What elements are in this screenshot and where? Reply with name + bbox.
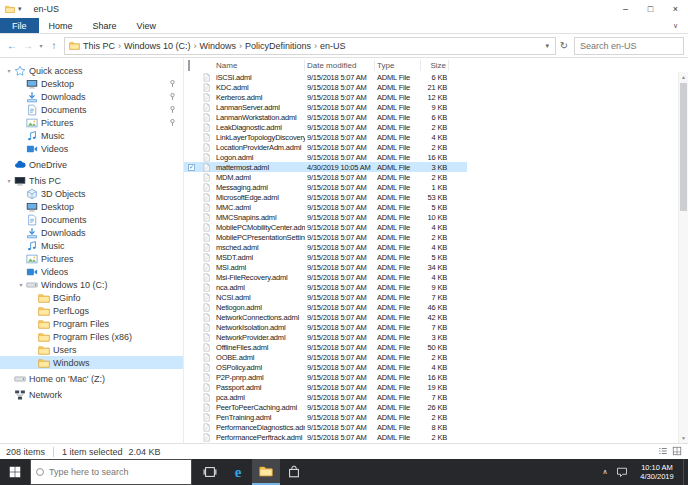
chevron-down-icon[interactable]: ▾ [4, 67, 14, 74]
breadcrumb-item-en-us[interactable]: en-US [317, 41, 349, 51]
scroll-up-icon[interactable]: ▲ [679, 72, 688, 82]
menu-tab-home[interactable]: Home [39, 18, 83, 33]
file-row-logon-adml[interactable]: Logon.adml9/15/2018 5:07 AMADML File16 K… [184, 152, 467, 162]
taskbar-store-button[interactable] [280, 459, 308, 485]
sidebar-item-music[interactable]: Music [0, 239, 183, 252]
file-row-leakdiagnostic-adml[interactable]: LeakDiagnostic.adml9/15/2018 5:07 AMADML… [184, 122, 467, 132]
show-desktop-button[interactable] [683, 459, 688, 485]
column-header-date-modified[interactable]: Date modified [305, 60, 375, 71]
column-header-size[interactable]: Size [421, 60, 449, 71]
file-row-mmc-adml[interactable]: MMC.adml9/15/2018 5:07 AMADML File5 KB [184, 202, 467, 212]
expand-ribbon-button[interactable]: ∨ [673, 18, 688, 33]
vertical-scrollbar[interactable]: ▲ ▼ [678, 72, 688, 443]
sidebar-item-network[interactable]: Network [0, 388, 183, 401]
menu-tab-view[interactable]: View [127, 18, 166, 33]
menu-tab-share[interactable]: Share [83, 18, 127, 33]
chevron-down-icon[interactable]: ▾ [4, 177, 14, 184]
sidebar-item-quick-access[interactable]: ▾Quick access [0, 64, 183, 77]
forward-button[interactable]: → [20, 40, 36, 51]
file-row-passport-adml[interactable]: Passport.adml9/15/2018 5:07 AMADML File1… [184, 382, 467, 392]
sidebar-item-users[interactable]: Users [0, 343, 183, 356]
file-row-microsoftedge-adml[interactable]: MicrosoftEdge.adml9/15/2018 5:07 AMADML … [184, 192, 467, 202]
sidebar-item-pictures[interactable]: Pictures [0, 252, 183, 265]
file-row-kdc-adml[interactable]: KDC.adml9/15/2018 5:07 AMADML File21 KB [184, 82, 467, 92]
file-row-msi-filerecovery-adml[interactable]: Msi-FileRecovery.adml9/15/2018 5:07 AMAD… [184, 272, 467, 282]
column-header-name[interactable]: Name [216, 60, 305, 71]
file-row-performanceperftrack-adml[interactable]: PerformancePerftrack.adml9/15/2018 5:07 … [184, 433, 467, 443]
start-button[interactable] [0, 459, 30, 485]
sidebar-item-downloads[interactable]: Downloads [0, 226, 183, 239]
file-row-lanmanworkstation-adml[interactable]: LanmanWorkstation.adml9/15/2018 5:07 AMA… [184, 112, 467, 122]
file-row-p2p-pnrp-adml[interactable]: P2P-pnrp.adml9/15/2018 5:07 AMADML File1… [184, 372, 467, 382]
file-row-mobilepcmobilitycenter-adml[interactable]: MobilePCMobilityCenter.adml9/15/2018 5:0… [184, 222, 467, 232]
sidebar-item-documents[interactable]: Documents [0, 213, 183, 226]
refresh-button[interactable]: ↻ [556, 40, 572, 51]
sidebar-item-home-on-mac-z[interactable]: Home on 'Mac' (Z:) [0, 372, 183, 385]
file-row-linklayertopologydiscovery-adml[interactable]: LinkLayerTopologyDiscovery.adml9/15/2018… [184, 132, 467, 142]
file-row-pentraining-adml[interactable]: PenTraining.adml9/15/2018 5:07 AMADML Fi… [184, 413, 467, 423]
sidebar-item-desktop[interactable]: Desktop [0, 77, 183, 90]
sidebar-item-onedrive[interactable]: OneDrive [0, 158, 183, 171]
breadcrumb-item-this-pc[interactable]: This PC [80, 41, 118, 51]
file-row-kerberos-adml[interactable]: Kerberos.adml9/15/2018 5:07 AMADML File1… [184, 92, 467, 102]
file-row-networkprovider-adml[interactable]: NetworkProvider.adml9/15/2018 5:07 AMADM… [184, 332, 467, 342]
file-row-performancediagnostics-adml[interactable]: PerformanceDiagnostics.adml9/15/2018 5:0… [184, 423, 467, 433]
address-bar[interactable]: This PC›Windows 10 (C:)›Windows›PolicyDe… [64, 37, 556, 55]
show-hidden-icons-button[interactable]: ∧ [597, 468, 613, 476]
maximize-button[interactable]: □ [638, 0, 663, 18]
file-row-networkconnections-adml[interactable]: NetworkConnections.adml9/15/2018 5:07 AM… [184, 312, 467, 322]
chevron-down-icon[interactable]: ▾ [16, 281, 26, 288]
sidebar-item-this-pc[interactable]: ▾This PC [0, 174, 183, 187]
sidebar-item-desktop[interactable]: Desktop [0, 200, 183, 213]
item-checkbox-checked[interactable]: ✓ [188, 164, 202, 171]
breadcrumb-item-windows-10-c[interactable]: Windows 10 (C:) [121, 41, 194, 51]
file-row-mmcsnapins-adml[interactable]: MMCSnapins.adml9/15/2018 5:07 AMADML Fil… [184, 212, 467, 222]
file-row-peertopeercaching-adml[interactable]: PeerToPeerCaching.adml9/15/2018 5:07 AMA… [184, 403, 467, 413]
address-dropdown-icon[interactable]: ▾ [543, 42, 551, 50]
up-button[interactable]: ↑ [46, 40, 62, 51]
sidebar-item-pictures[interactable]: Pictures [0, 116, 183, 129]
scroll-down-icon[interactable]: ▼ [679, 433, 688, 443]
taskbar-task-view-button[interactable] [196, 459, 224, 485]
file-row-networkisolation-adml[interactable]: NetworkIsolation.adml9/15/2018 5:07 AMAD… [184, 322, 467, 332]
file-row-lanmanserver-adml[interactable]: LanmanServer.adml9/15/2018 5:07 AMADML F… [184, 102, 467, 112]
details-view-button[interactable] [658, 446, 668, 458]
file-row-locationprovideradm-adml[interactable]: LocationProviderAdm.adml9/15/2018 5:07 A… [184, 142, 467, 152]
file-row-oobe-adml[interactable]: OOBE.adml9/15/2018 5:07 AMADML File2 KB [184, 352, 467, 362]
sidebar-item-3d-objects[interactable]: 3D Objects [0, 187, 183, 200]
breadcrumb-item-policydefinitions[interactable]: PolicyDefinitions [242, 41, 314, 51]
thumbnails-view-button[interactable] [672, 446, 682, 458]
file-row-netlogon-adml[interactable]: Netlogon.adml9/15/2018 5:07 AMADML File4… [184, 302, 467, 312]
file-row-msched-adml[interactable]: msched.adml9/15/2018 5:07 AMADML File4 K… [184, 242, 467, 252]
taskbar-clock[interactable]: 10:10 AM 4/30/2019 [631, 463, 683, 481]
file-row-messaging-adml[interactable]: Messaging.adml9/15/2018 5:07 AMADML File… [184, 182, 467, 192]
file-row-ncsi-adml[interactable]: NCSI.adml9/15/2018 5:07 AMADML File7 KB [184, 292, 467, 302]
file-row-mobilepcpresentationsettings-adml[interactable]: MobilePCPresentationSettings.adml9/15/20… [184, 232, 467, 242]
sidebar-item-videos[interactable]: Videos [0, 142, 183, 155]
recent-locations-dropdown-icon[interactable]: ▾ [36, 42, 46, 49]
sidebar-item-videos[interactable]: Videos [0, 265, 183, 278]
tray-notification-button[interactable] [613, 466, 631, 478]
sidebar-item-program-files[interactable]: Program Files [0, 317, 183, 330]
file-row-mdm-adml[interactable]: MDM.adml9/15/2018 5:07 AMADML File2 KB [184, 172, 467, 182]
select-all-checkbox[interactable] [188, 61, 202, 70]
file-row-mattermost-adml[interactable]: ✓mattermost.adml4/30/2019 10:05 AMADML F… [184, 162, 467, 172]
taskbar-search-input[interactable] [49, 467, 191, 477]
menu-tab-file[interactable]: File [0, 18, 39, 33]
back-button[interactable]: ← [4, 40, 20, 51]
breadcrumb-item-windows[interactable]: Windows [197, 41, 240, 51]
sidebar-item-documents[interactable]: Documents [0, 103, 183, 116]
file-row-iscsi-adml[interactable]: iSCSI.adml9/15/2018 5:07 AMADML File6 KB [184, 72, 467, 82]
column-header-type[interactable]: Type [375, 60, 421, 71]
close-button[interactable]: × [663, 0, 688, 18]
file-row-offlinefiles-adml[interactable]: OfflineFiles.adml9/15/2018 5:07 AMADML F… [184, 342, 467, 352]
sidebar-item-program-files-x86[interactable]: Program Files (x86) [0, 330, 183, 343]
taskbar-file-explorer-button[interactable] [252, 459, 280, 485]
search-input[interactable] [575, 41, 683, 51]
sidebar-item-bginfo[interactable]: BGinfo [0, 291, 183, 304]
file-row-msdt-adml[interactable]: MSDT.adml9/15/2018 5:07 AMADML File5 KB [184, 252, 467, 262]
file-row-ospolicy-adml[interactable]: OSPolicy.adml9/15/2018 5:07 AMADML File4… [184, 362, 467, 372]
sidebar-item-downloads[interactable]: Downloads [0, 90, 183, 103]
file-row-msi-adml[interactable]: MSI.adml9/15/2018 5:07 AMADML File34 KB [184, 262, 467, 272]
sidebar-item-windows-10-c[interactable]: ▾Windows 10 (C:) [0, 278, 183, 291]
